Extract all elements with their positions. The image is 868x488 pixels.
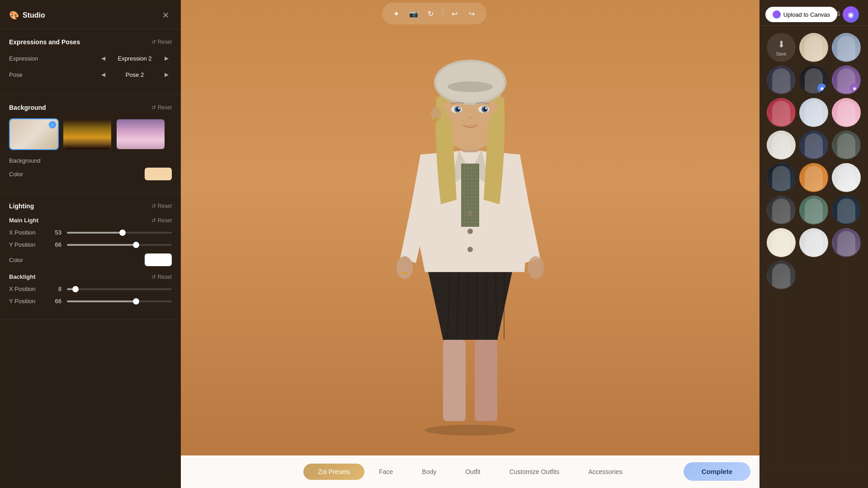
backlight-x-label: X Position	[9, 286, 45, 292]
expressions-reset-label: Reset	[158, 39, 172, 45]
preset-figure-14	[833, 164, 860, 191]
expressions-section-header: Expressions and Poses ↺ Reset	[9, 38, 172, 46]
preset-item-7[interactable]	[799, 98, 828, 127]
expression-nav: ◀ Expression 2 ▶	[98, 53, 172, 64]
main-light-reset-button[interactable]: ↺ Reset	[151, 217, 172, 224]
pose-prev-button[interactable]: ◀	[98, 69, 108, 80]
preset-item-17[interactable]	[832, 196, 861, 225]
right-panel: Zoi Presets ⚠ 🗑 ⇅ ▽ ⬇ Save ◉ ◉	[760, 0, 868, 488]
upload-to-canvas-button[interactable]: Upload to Canvas	[765, 7, 837, 22]
top-bar: ✦ 📷 ↻ ↩ ↪ Upload to Canvas ◉	[0, 0, 868, 27]
main-light-x-thumb[interactable]	[119, 230, 126, 236]
preset-item-12[interactable]	[767, 163, 796, 192]
backlight-reset-icon: ↺	[151, 274, 156, 280]
background-reset-button[interactable]: ↺ Reset	[151, 104, 172, 111]
expression-next-button[interactable]: ▶	[161, 53, 172, 64]
backlight-y-thumb[interactable]	[133, 298, 139, 305]
backlight-reset-button[interactable]: ↺ Reset	[151, 274, 172, 280]
pose-nav: ◀ Pose 2 ▶	[98, 69, 172, 80]
presets-grid: ⬇ Save ◉ ◉	[760, 26, 868, 488]
preset-figure-17	[833, 197, 860, 224]
preset-item-13[interactable]	[799, 163, 828, 192]
preset-item-11[interactable]	[832, 131, 861, 160]
magic-tool-button[interactable]: ✦	[389, 6, 404, 21]
svg-point-13	[467, 229, 473, 234]
main-light-x-label: X Position	[9, 229, 45, 236]
main-light-color-swatch[interactable]	[145, 253, 172, 266]
backlight-y-row: Y Position 66	[9, 298, 172, 305]
avatar-icon: ◉	[848, 10, 854, 19]
pose-next-button[interactable]: ▶	[161, 69, 172, 80]
preset-figure-19	[800, 229, 827, 256]
preset-figure-7	[800, 99, 827, 126]
svg-point-31	[458, 108, 460, 109]
preset-figure-2	[833, 34, 860, 61]
bg-selected-check: ✓	[49, 121, 56, 128]
preset-item-20[interactable]	[832, 228, 861, 257]
tab-outfit[interactable]: Outfit	[451, 464, 495, 480]
preset-item-4[interactable]: ◉	[799, 66, 828, 94]
preset-figure-15	[768, 197, 795, 224]
preset-figure-21	[768, 262, 795, 289]
background-section-header: Background ↺ Reset	[9, 104, 172, 111]
bg-thumb-1[interactable]: ✓	[9, 118, 59, 150]
expressions-reset-button[interactable]: ↺ Reset	[151, 39, 172, 45]
expression-value: Expression 2	[112, 55, 157, 62]
preset-item-16[interactable]	[799, 196, 828, 225]
preset-item-21[interactable]	[767, 261, 796, 290]
preset-figure-12	[768, 164, 795, 191]
tab-customize-outfits[interactable]: Customize Outfits	[495, 464, 574, 480]
redo-button[interactable]: ↪	[465, 6, 479, 21]
bg-thumb-3[interactable]	[116, 118, 165, 150]
preset-figure-16	[800, 197, 827, 224]
main-light-reset-label: Reset	[158, 217, 172, 224]
lighting-reset-label: Reset	[158, 203, 172, 209]
main-light-y-thumb[interactable]	[133, 242, 139, 248]
preset-item-10[interactable]	[799, 131, 828, 160]
preset-item-8[interactable]	[832, 98, 861, 127]
refresh-tool-button[interactable]: ↻	[424, 6, 438, 21]
preset-item-6[interactable]	[767, 98, 796, 127]
preset-item-9[interactable]	[767, 131, 796, 160]
complete-button[interactable]: Complete	[684, 462, 750, 481]
lighting-reset-icon: ↺	[151, 203, 156, 209]
preset-item-5[interactable]: ◉	[832, 66, 861, 94]
backlight-y-label: Y Position	[9, 298, 45, 305]
save-preset-button[interactable]: ⬇ Save	[767, 33, 796, 62]
tab-face[interactable]: Face	[364, 464, 407, 480]
preset-item-15[interactable]	[767, 196, 796, 225]
preset-item-3[interactable]	[767, 66, 796, 94]
svg-point-22	[448, 81, 493, 92]
svg-point-14	[467, 247, 473, 252]
preset-figure-6	[768, 99, 795, 126]
svg-rect-2	[475, 340, 497, 421]
tab-body[interactable]: Body	[407, 464, 451, 480]
tab-accessories[interactable]: Accessories	[574, 464, 637, 480]
bg-thumb-2[interactable]	[62, 118, 112, 150]
camera-tool-button[interactable]: 📷	[406, 6, 421, 21]
preset-item-2[interactable]	[832, 33, 861, 62]
background-color-swatch[interactable]	[145, 168, 172, 180]
backlight-x-row: X Position 8	[9, 286, 172, 292]
expression-prev-button[interactable]: ◀	[98, 53, 108, 64]
bg-reset-icon: ↺	[151, 104, 156, 111]
preset-figure-20	[833, 229, 860, 256]
undo-button[interactable]: ↩	[448, 6, 462, 21]
tab-zoi-presets[interactable]: Zoi Presets	[303, 464, 364, 480]
toolbar-divider	[443, 9, 443, 18]
toolbar-center: ✦ 📷 ↻ ↩ ↪	[382, 3, 486, 24]
preset-figure-18	[768, 229, 795, 256]
preset-item-18[interactable]	[767, 228, 796, 257]
main-light-reset-icon: ↺	[151, 217, 156, 224]
preset-item-1[interactable]	[799, 33, 828, 62]
preset-figure-10	[800, 131, 827, 159]
svg-point-17	[528, 256, 544, 279]
backlight-x-thumb[interactable]	[72, 286, 79, 292]
preset-figure-9	[768, 131, 795, 159]
preset-item-14[interactable]	[832, 163, 861, 192]
main-light-y-value: 66	[51, 241, 61, 248]
preset-figure-8	[833, 99, 860, 126]
lighting-reset-button[interactable]: ↺ Reset	[151, 203, 172, 209]
preset-item-19[interactable]	[799, 228, 828, 257]
user-avatar[interactable]: ◉	[843, 6, 859, 23]
